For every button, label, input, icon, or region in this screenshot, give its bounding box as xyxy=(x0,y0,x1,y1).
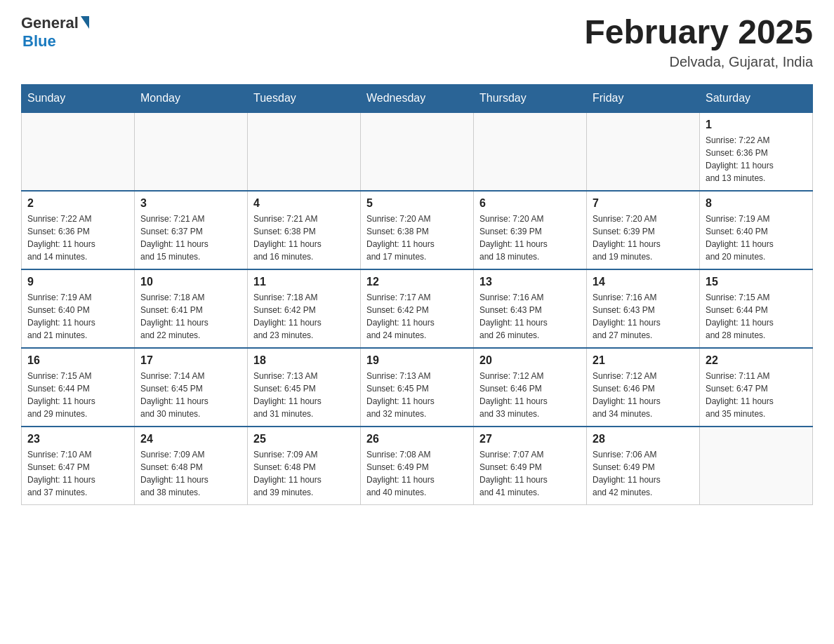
calendar-day-cell: 20Sunrise: 7:12 AM Sunset: 6:46 PM Dayli… xyxy=(474,348,587,427)
day-number: 28 xyxy=(593,433,694,445)
calendar-day-cell: 22Sunrise: 7:11 AM Sunset: 6:47 PM Dayli… xyxy=(700,348,813,427)
day-info: Sunrise: 7:20 AM Sunset: 6:39 PM Dayligh… xyxy=(593,213,694,263)
calendar-day-cell: 12Sunrise: 7:17 AM Sunset: 6:42 PM Dayli… xyxy=(361,269,474,348)
calendar-day-cell: 24Sunrise: 7:09 AM Sunset: 6:48 PM Dayli… xyxy=(135,427,248,505)
page-header: General Blue February 2025 Delvada, Guja… xyxy=(21,14,813,70)
day-info: Sunrise: 7:17 AM Sunset: 6:42 PM Dayligh… xyxy=(366,291,468,342)
day-info: Sunrise: 7:20 AM Sunset: 6:38 PM Dayligh… xyxy=(366,213,468,263)
day-number: 4 xyxy=(253,197,355,210)
day-number: 7 xyxy=(593,197,694,210)
calendar-day-cell: 8Sunrise: 7:19 AM Sunset: 6:40 PM Daylig… xyxy=(700,191,813,269)
calendar-day-cell xyxy=(22,112,135,191)
day-info: Sunrise: 7:06 AM Sunset: 6:49 PM Dayligh… xyxy=(593,448,694,499)
day-number: 22 xyxy=(706,354,807,367)
calendar-day-cell: 27Sunrise: 7:07 AM Sunset: 6:49 PM Dayli… xyxy=(474,427,587,505)
calendar-week-row: 1Sunrise: 7:22 AM Sunset: 6:36 PM Daylig… xyxy=(22,112,813,191)
day-info: Sunrise: 7:12 AM Sunset: 6:46 PM Dayligh… xyxy=(593,370,694,420)
day-info: Sunrise: 7:08 AM Sunset: 6:49 PM Dayligh… xyxy=(366,448,468,499)
day-info: Sunrise: 7:21 AM Sunset: 6:38 PM Dayligh… xyxy=(253,213,355,263)
day-info: Sunrise: 7:15 AM Sunset: 6:44 PM Dayligh… xyxy=(706,291,807,342)
calendar-week-row: 23Sunrise: 7:10 AM Sunset: 6:47 PM Dayli… xyxy=(22,427,813,505)
day-number: 20 xyxy=(479,354,581,367)
calendar-table: SundayMondayTuesdayWednesdayThursdayFrid… xyxy=(21,84,813,505)
day-number: 19 xyxy=(366,354,468,367)
calendar-day-cell: 13Sunrise: 7:16 AM Sunset: 6:43 PM Dayli… xyxy=(474,269,587,348)
day-number: 11 xyxy=(253,276,355,288)
weekday-header: Friday xyxy=(587,84,700,112)
calendar-day-cell: 19Sunrise: 7:13 AM Sunset: 6:45 PM Dayli… xyxy=(361,348,474,427)
day-info: Sunrise: 7:09 AM Sunset: 6:48 PM Dayligh… xyxy=(253,448,355,499)
calendar-day-cell: 25Sunrise: 7:09 AM Sunset: 6:48 PM Dayli… xyxy=(248,427,361,505)
location-title: Delvada, Gujarat, India xyxy=(584,54,813,70)
day-number: 3 xyxy=(140,197,241,210)
day-info: Sunrise: 7:20 AM Sunset: 6:39 PM Dayligh… xyxy=(479,213,581,263)
day-info: Sunrise: 7:18 AM Sunset: 6:41 PM Dayligh… xyxy=(140,291,241,342)
day-number: 1 xyxy=(706,119,807,131)
day-info: Sunrise: 7:22 AM Sunset: 6:36 PM Dayligh… xyxy=(706,134,807,185)
calendar-day-cell: 16Sunrise: 7:15 AM Sunset: 6:44 PM Dayli… xyxy=(22,348,135,427)
calendar-day-cell xyxy=(700,427,813,505)
calendar-week-row: 9Sunrise: 7:19 AM Sunset: 6:40 PM Daylig… xyxy=(22,269,813,348)
day-number: 23 xyxy=(27,433,128,445)
calendar-day-cell xyxy=(135,112,248,191)
day-info: Sunrise: 7:12 AM Sunset: 6:46 PM Dayligh… xyxy=(479,370,581,420)
calendar-day-cell: 21Sunrise: 7:12 AM Sunset: 6:46 PM Dayli… xyxy=(587,348,700,427)
calendar-day-cell: 5Sunrise: 7:20 AM Sunset: 6:38 PM Daylig… xyxy=(361,191,474,269)
day-info: Sunrise: 7:10 AM Sunset: 6:47 PM Dayligh… xyxy=(27,448,128,499)
calendar-day-cell: 17Sunrise: 7:14 AM Sunset: 6:45 PM Dayli… xyxy=(135,348,248,427)
calendar-day-cell xyxy=(248,112,361,191)
calendar-day-cell: 4Sunrise: 7:21 AM Sunset: 6:38 PM Daylig… xyxy=(248,191,361,269)
day-info: Sunrise: 7:16 AM Sunset: 6:43 PM Dayligh… xyxy=(593,291,694,342)
day-number: 18 xyxy=(253,354,355,367)
day-number: 12 xyxy=(366,276,468,288)
day-number: 15 xyxy=(706,276,807,288)
calendar-day-cell: 14Sunrise: 7:16 AM Sunset: 6:43 PM Dayli… xyxy=(587,269,700,348)
day-number: 13 xyxy=(479,276,581,288)
month-title: February 2025 xyxy=(584,14,813,51)
day-number: 8 xyxy=(706,197,807,210)
calendar-day-cell: 9Sunrise: 7:19 AM Sunset: 6:40 PM Daylig… xyxy=(22,269,135,348)
day-info: Sunrise: 7:13 AM Sunset: 6:45 PM Dayligh… xyxy=(366,370,468,420)
day-number: 6 xyxy=(479,197,581,210)
title-area: February 2025 Delvada, Gujarat, India xyxy=(584,14,813,70)
weekday-header: Thursday xyxy=(474,84,587,112)
logo-general-text: General xyxy=(21,14,79,32)
calendar-day-cell: 23Sunrise: 7:10 AM Sunset: 6:47 PM Dayli… xyxy=(22,427,135,505)
day-number: 16 xyxy=(27,354,128,367)
day-number: 21 xyxy=(593,354,694,367)
calendar-day-cell: 26Sunrise: 7:08 AM Sunset: 6:49 PM Dayli… xyxy=(361,427,474,505)
day-info: Sunrise: 7:18 AM Sunset: 6:42 PM Dayligh… xyxy=(253,291,355,342)
day-number: 25 xyxy=(253,433,355,445)
day-info: Sunrise: 7:09 AM Sunset: 6:48 PM Dayligh… xyxy=(140,448,241,499)
day-number: 24 xyxy=(140,433,241,445)
calendar-week-row: 16Sunrise: 7:15 AM Sunset: 6:44 PM Dayli… xyxy=(22,348,813,427)
calendar-day-cell xyxy=(587,112,700,191)
day-info: Sunrise: 7:15 AM Sunset: 6:44 PM Dayligh… xyxy=(27,370,128,420)
day-number: 9 xyxy=(27,276,128,288)
day-info: Sunrise: 7:19 AM Sunset: 6:40 PM Dayligh… xyxy=(27,291,128,342)
calendar-day-cell: 1Sunrise: 7:22 AM Sunset: 6:36 PM Daylig… xyxy=(700,112,813,191)
day-info: Sunrise: 7:14 AM Sunset: 6:45 PM Dayligh… xyxy=(140,370,241,420)
weekday-header: Saturday xyxy=(700,84,813,112)
calendar-day-cell: 10Sunrise: 7:18 AM Sunset: 6:41 PM Dayli… xyxy=(135,269,248,348)
calendar-header-row: SundayMondayTuesdayWednesdayThursdayFrid… xyxy=(22,84,813,112)
calendar-day-cell: 6Sunrise: 7:20 AM Sunset: 6:39 PM Daylig… xyxy=(474,191,587,269)
logo-blue-text: Blue xyxy=(22,32,56,51)
calendar-day-cell: 28Sunrise: 7:06 AM Sunset: 6:49 PM Dayli… xyxy=(587,427,700,505)
calendar-day-cell xyxy=(474,112,587,191)
logo: General Blue xyxy=(21,14,89,51)
logo-text: General xyxy=(21,14,89,32)
weekday-header: Monday xyxy=(135,84,248,112)
calendar-day-cell: 2Sunrise: 7:22 AM Sunset: 6:36 PM Daylig… xyxy=(22,191,135,269)
day-number: 26 xyxy=(366,433,468,445)
calendar-day-cell: 11Sunrise: 7:18 AM Sunset: 6:42 PM Dayli… xyxy=(248,269,361,348)
calendar-day-cell: 7Sunrise: 7:20 AM Sunset: 6:39 PM Daylig… xyxy=(587,191,700,269)
day-number: 14 xyxy=(593,276,694,288)
weekday-header: Tuesday xyxy=(248,84,361,112)
weekday-header: Sunday xyxy=(22,84,135,112)
day-number: 5 xyxy=(366,197,468,210)
calendar-day-cell xyxy=(361,112,474,191)
day-number: 2 xyxy=(27,197,128,210)
calendar-day-cell: 3Sunrise: 7:21 AM Sunset: 6:37 PM Daylig… xyxy=(135,191,248,269)
logo-arrow-icon xyxy=(81,16,89,29)
